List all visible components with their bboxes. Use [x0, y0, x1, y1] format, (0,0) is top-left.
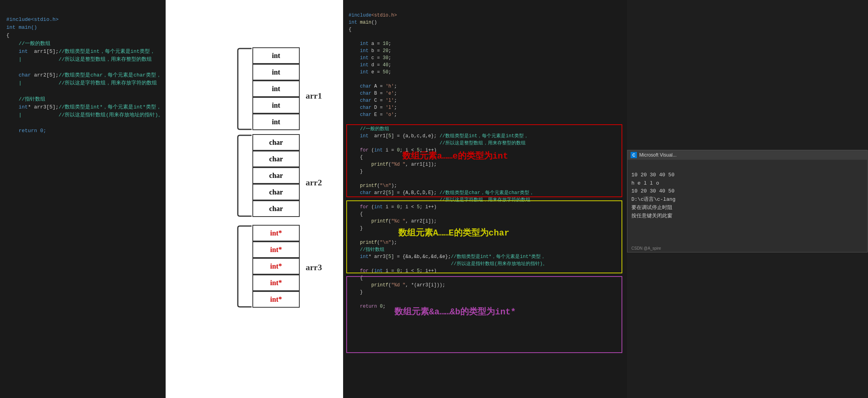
middle-diagram: int int int int int arr1 char char char … — [166, 0, 343, 398]
arr1-label: arr1 — [306, 91, 322, 101]
arr3-cells: int* int* int* int* int* — [252, 225, 300, 308]
arr1-cell-3: int — [252, 97, 300, 114]
left-code-content: #include<stdio.h> int main() { //一般的数组 i… — [6, 8, 159, 143]
arr2-cell-1: char — [252, 151, 300, 167]
console-title: Microsoft Visual... — [639, 152, 676, 158]
arr3-cell-1: int* — [252, 241, 300, 258]
arr2-cells: char char char char char — [252, 134, 300, 217]
red-annotation-text: 数组元素a……e的类型为int — [402, 150, 508, 162]
arr2-cell-2: char — [252, 167, 300, 184]
main-line: int main() — [6, 24, 37, 30]
arr3-cell-3: int* — [252, 275, 300, 291]
arr2-bracket — [236, 133, 256, 218]
arr2-cell-0: char — [252, 134, 300, 151]
purple-annotation-text: 数组元素&a……&b的类型为int* — [394, 306, 516, 318]
arr1-cell-0: int — [252, 47, 300, 64]
arr1-cells: int int int int int — [252, 47, 300, 130]
console-panel: C Microsoft Visual... 10 20 30 40 50 h e… — [627, 150, 868, 252]
arr3-cell-2: int* — [252, 258, 300, 275]
console-header: C Microsoft Visual... — [627, 150, 867, 160]
arr2-label: arr2 — [306, 178, 322, 188]
arr3-label: arr3 — [306, 262, 322, 273]
left-code-panel: #include<stdio.h> int main() { //一般的数组 i… — [0, 0, 166, 398]
arr3-cell-4: int* — [252, 291, 300, 308]
arr1-cell-4: int — [252, 114, 300, 130]
yellow-annotation-text: 数组元素A……E的类型为char — [398, 227, 510, 239]
arr2-cell-3: char — [252, 184, 300, 200]
arr2-cell-4: char — [252, 200, 300, 217]
console-output: 10 20 30 40 50 h e l l o 10 20 30 40 50 … — [627, 160, 867, 232]
arr1-cell-1: int — [252, 64, 300, 80]
arr3-bracket — [236, 224, 256, 309]
arr3-cell-0: int* — [252, 225, 300, 241]
arr1-cell-2: int — [252, 80, 300, 97]
arr1-bracket — [236, 47, 256, 131]
vs-icon: C — [631, 152, 637, 158]
watermark: CSDN @A_spire — [631, 246, 661, 250]
include-line: #include<stdio.h> — [6, 17, 59, 22]
